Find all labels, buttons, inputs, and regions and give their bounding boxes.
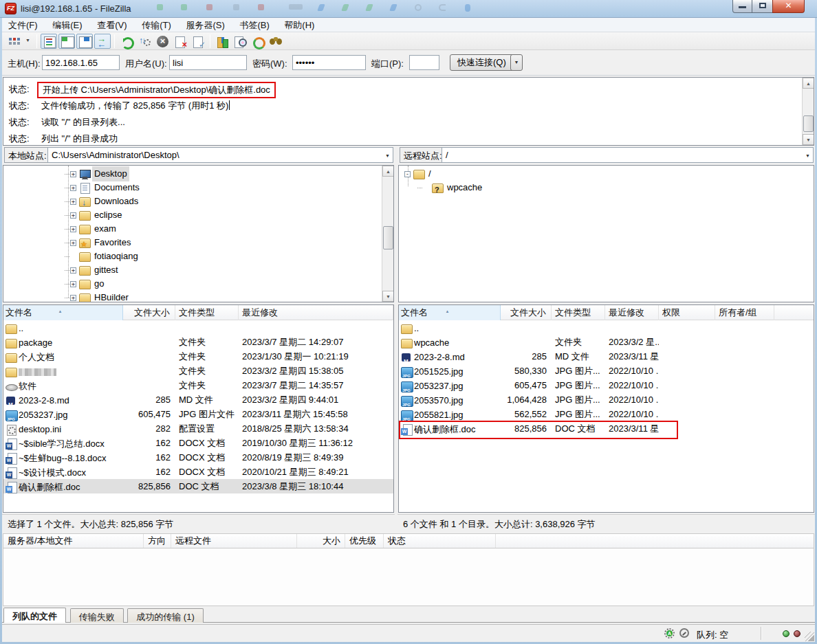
table-row[interactable]: 2053237.jpg 605,475 JPG 图片文件 2023/3/11 星… [3, 407, 393, 421]
host-input[interactable] [42, 55, 120, 70]
expand-toggle[interactable]: + [70, 295, 76, 301]
column-header[interactable]: 最近修改 [239, 305, 393, 320]
tree-item[interactable]: + HBuilder [3, 291, 393, 302]
speed-gauge-icon[interactable] [679, 628, 689, 638]
queue-column-header[interactable]: 状态 [384, 534, 496, 548]
quickconnect-button[interactable]: 快速连接(Q) [450, 54, 514, 71]
password-input[interactable] [292, 55, 366, 70]
table-row[interactable]: 个人文档 文件夹 2023/1/30 星期一 10:21:19 [3, 349, 393, 364]
scroll-down-icon[interactable]: ▼ [803, 134, 814, 145]
table-row[interactable]: package 文件夹 2023/3/7 星期二 14:29:07 [3, 335, 393, 349]
table-row[interactable]: 2023-2-8.md 285 MD 文件 2023/3/11 星... [399, 349, 814, 364]
tree-item[interactable]: + eclipse [3, 208, 393, 222]
column-header[interactable]: 文件类型 [175, 305, 239, 320]
column-header[interactable]: 文件大小 [123, 305, 175, 320]
column-header[interactable]: 权限 [659, 305, 715, 320]
tree-item[interactable]: + exam [3, 222, 393, 236]
maximize-button[interactable] [752, 0, 772, 13]
resize-grip[interactable] [805, 632, 814, 641]
table-row[interactable]: ~$生鲜bug--8.18.docx 162 DOCX 文档 2020/8/19… [3, 450, 393, 465]
table-row[interactable]: 确认删除框.doc 825,856 DOC 文档 2023/3/11 星... [399, 421, 814, 436]
expand-toggle[interactable]: + [70, 171, 76, 177]
column-header[interactable]: 文件名 [3, 305, 123, 320]
queue-column-header[interactable]: 服务器/本地文件 [3, 534, 144, 548]
tree-item[interactable]: + Desktop [3, 167, 393, 181]
site-manager-icon[interactable] [6, 34, 22, 49]
remote-path-combobox[interactable]: / ▼ [442, 147, 814, 163]
table-row[interactable]: 2023-2-8.md 285 MD 文件 2023/3/2 星期四 9:44:… [3, 392, 393, 407]
tree-item[interactable]: + Documents [3, 181, 393, 195]
minimize-button[interactable] [732, 0, 752, 13]
expand-toggle[interactable]: + [70, 240, 76, 246]
filter-icon[interactable] [232, 34, 248, 49]
local-path-combobox[interactable]: C:\Users\Administrator\Desktop\ ▼ [47, 147, 393, 163]
table-row[interactable]: ~$设计模式.docx 162 DOCX 文档 2020/10/21 星期三 8… [3, 465, 393, 479]
expand-toggle[interactable]: - [404, 171, 411, 177]
message-log-icon[interactable] [41, 34, 57, 49]
scrollbar-thumb[interactable] [803, 115, 814, 132]
tree-item[interactable]: fotiaoqiang [3, 249, 393, 263]
table-row[interactable]: 2051525.jpg 580,330 JPG 图片... 2022/10/10… [399, 364, 814, 378]
table-row[interactable]: .. [3, 320, 393, 335]
menu-item[interactable]: 服务器(S) [179, 18, 230, 32]
table-row[interactable]: 文件夹 2023/3/2 星期四 15:38:05 [3, 364, 393, 378]
port-input[interactable] [409, 55, 439, 70]
column-header[interactable]: 文件大小 [501, 305, 552, 320]
local-tree-scrollbar[interactable]: ▲ ▼ [382, 166, 393, 302]
table-row[interactable]: 确认删除框.doc 825,856 DOC 文档 2023/3/8 星期三 18… [3, 479, 393, 493]
log-scrollbar[interactable]: ▲ ▼ [802, 78, 814, 145]
quickconnect-dropdown[interactable]: ▼ [510, 54, 523, 71]
queue-tab[interactable]: 成功的传输 (1) [127, 608, 204, 623]
queue-column-header[interactable]: 大小 [297, 534, 345, 548]
column-header[interactable]: 最近修改 [605, 305, 659, 320]
synchronized-browsing-icon[interactable] [250, 34, 266, 49]
refresh-icon[interactable] [118, 34, 135, 49]
table-row[interactable]: 2053570.jpg 1,064,428 JPG 图片... 2022/10/… [399, 392, 814, 407]
local-treeview-icon[interactable] [58, 34, 75, 49]
menu-item[interactable]: 查看(V) [91, 18, 133, 32]
tree-item[interactable]: - / [399, 167, 814, 181]
find-files-icon[interactable] [268, 34, 284, 49]
scroll-down-icon[interactable]: ▼ [382, 291, 394, 302]
column-header[interactable]: 文件类型 [552, 305, 605, 320]
remote-treeview-icon[interactable] [76, 34, 93, 49]
cancel-operation-icon[interactable] [154, 34, 171, 49]
expand-toggle[interactable]: + [70, 281, 76, 287]
menu-item[interactable]: 传输(T) [135, 18, 177, 32]
username-input[interactable] [169, 55, 247, 70]
expand-toggle[interactable]: + [70, 185, 76, 191]
tree-item[interactable]: wpcache [399, 181, 814, 195]
table-row[interactable]: 2055821.jpg 562,552 JPG 图片... 2022/10/10… [399, 407, 814, 421]
tree-item[interactable]: + gittest [3, 263, 393, 277]
queue-column-header[interactable]: 优先级 [345, 534, 384, 548]
queue-tab[interactable]: 列队的文件 [3, 608, 66, 623]
chevron-down-icon[interactable] [23, 34, 33, 49]
column-header[interactable]: 所有者/组 [715, 305, 774, 320]
queue-column-header[interactable]: 方向 [144, 534, 171, 548]
speed-limit-auto-icon[interactable] [664, 628, 675, 639]
menu-item[interactable]: 文件(F) [2, 18, 44, 32]
table-row[interactable]: 软件 文件夹 2023/3/7 星期二 14:35:57 [3, 378, 393, 392]
tree-item[interactable]: + go [3, 277, 393, 291]
transfer-queue-icon[interactable] [94, 34, 111, 49]
menu-item[interactable]: 帮助(H) [278, 18, 320, 32]
expand-toggle[interactable]: + [70, 199, 76, 205]
column-header[interactable]: 文件名 [399, 305, 501, 320]
menu-item[interactable]: 编辑(E) [46, 18, 88, 32]
table-row[interactable]: .. [399, 320, 814, 335]
table-row[interactable]: 2053237.jpg 605,475 JPG 图片... 2022/10/10… [399, 378, 814, 392]
scroll-up-icon[interactable]: ▲ [382, 166, 394, 177]
queue-tab[interactable]: 传输失败 [70, 608, 124, 623]
table-row[interactable]: wpcache 文件夹 2023/3/2 星... [399, 335, 814, 349]
directory-comparison-icon[interactable] [214, 34, 230, 49]
disconnect-icon[interactable] [172, 34, 188, 49]
table-row[interactable]: ~$sible学习总结.docx 162 DOCX 文档 2019/10/30 … [3, 436, 393, 450]
close-button[interactable]: ✕ [772, 0, 805, 13]
reconnect-icon[interactable] [190, 34, 206, 49]
process-queue-icon[interactable] [136, 34, 153, 49]
scroll-up-icon[interactable]: ▲ [803, 78, 814, 89]
tree-item[interactable]: + Favorites [3, 236, 393, 249]
expand-toggle[interactable]: + [70, 226, 76, 232]
menu-item[interactable]: 书签(B) [233, 18, 275, 32]
expand-toggle[interactable]: + [70, 267, 76, 274]
